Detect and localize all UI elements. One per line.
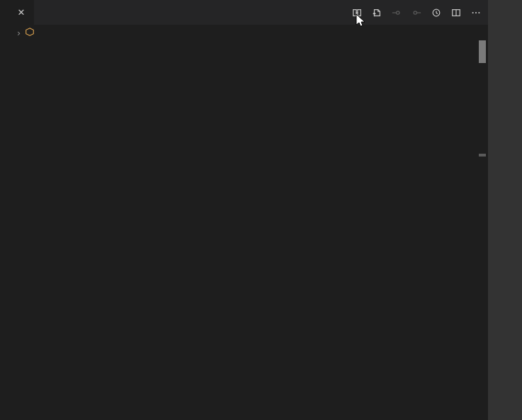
split-editor-icon[interactable] [451,8,461,18]
more-icon[interactable] [471,8,481,18]
svg-point-3 [414,11,416,13]
editor-content[interactable] [36,40,488,420]
toggle-blame-icon[interactable] [431,8,441,18]
editor-group: ✕ [0,0,488,420]
svg-point-7 [475,11,477,13]
tab-bar: ✕ [0,0,488,25]
breadcrumbs[interactable]: › [0,25,488,40]
chevron-right-icon: › [17,28,21,38]
line-number-gutter [0,40,34,420]
tabs: ✕ [0,0,35,25]
editor-toolbar [352,0,488,25]
commit-next-icon[interactable] [412,8,421,18]
svg-point-8 [478,11,480,13]
compare-icon[interactable] [352,8,362,18]
text-editor[interactable] [0,40,488,420]
close-icon[interactable]: ✕ [16,7,27,18]
commit-prev-icon[interactable] [392,8,402,18]
svg-point-6 [472,11,474,13]
tab-code-ts[interactable]: ✕ [0,0,35,25]
file-changes-icon[interactable] [372,8,382,18]
activity-bar [488,0,522,420]
svg-point-2 [397,11,399,13]
symbol-function-icon [25,27,35,39]
overview-ruler[interactable] [478,40,488,420]
